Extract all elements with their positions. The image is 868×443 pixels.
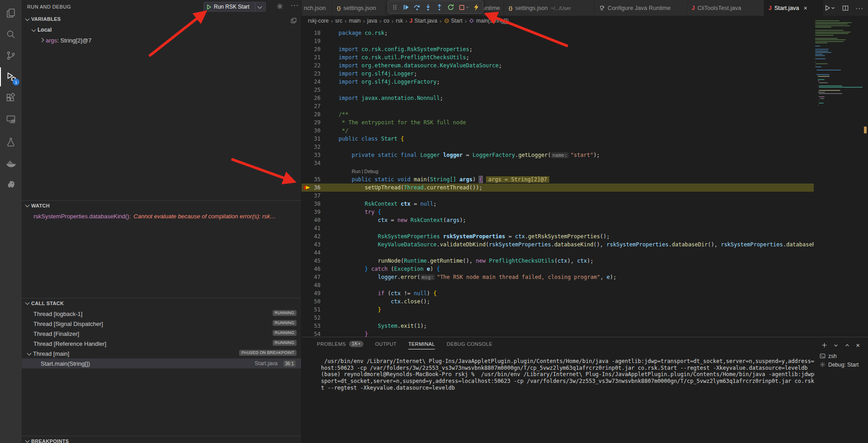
- tab-settings-json-user[interactable]: {}settings.json~/.../User: [504, 0, 594, 16]
- watch-section-header[interactable]: WATCH: [22, 200, 301, 210]
- tab-clitoolstest-java[interactable]: JCliToolsTest.java: [687, 0, 764, 16]
- activity-bar-gradle[interactable]: [0, 174, 22, 193]
- line-number[interactable]: 48: [302, 281, 321, 289]
- run-config-dropdown[interactable]: [255, 2, 265, 11]
- line-number[interactable]: 29: [302, 118, 321, 127]
- terminal-list-item-debug-start[interactable]: Debug: Start: [816, 360, 868, 369]
- line-number[interactable]: 38: [302, 200, 321, 208]
- debug-hot-code-replace-button[interactable]: [471, 2, 481, 13]
- terminal-dropdown-icon[interactable]: [833, 343, 839, 348]
- call-stack-thread-thread-logback-1[interactable]: Thread [logback-1]RUNNING: [22, 309, 301, 319]
- line-number[interactable]: 28: [302, 110, 321, 118]
- run-rsk-start-button[interactable]: Run RSK Start: [203, 2, 266, 12]
- line-number[interactable]: 43: [302, 240, 321, 249]
- breadcrumb-java[interactable]: java: [367, 18, 377, 24]
- breadcrumb-rskj-core[interactable]: rskj-core: [308, 18, 329, 24]
- debug-settings-gear-icon[interactable]: [277, 3, 283, 9]
- breadcrumb-co[interactable]: co: [383, 18, 389, 24]
- variables-scope-local[interactable]: Local: [22, 25, 301, 35]
- panel-tab-output[interactable]: OUTPUT: [375, 341, 397, 349]
- panel-tab-problems[interactable]: PROBLEMS1K+: [317, 341, 363, 350]
- tab-settings-json[interactable]: {}settings.json: [332, 0, 393, 16]
- activity-bar-run-and-debug[interactable]: 1: [0, 67, 22, 86]
- line-number[interactable]: 53: [302, 322, 321, 330]
- close-icon[interactable]: ×: [804, 5, 807, 12]
- line-number[interactable]: 49: [302, 289, 321, 297]
- line-number[interactable]: 52: [302, 314, 321, 322]
- line-number[interactable]: 31: [302, 135, 321, 143]
- line-number[interactable]: 54: [302, 330, 321, 337]
- activity-bar-explorer[interactable]: [0, 4, 22, 23]
- call-stack-thread-thread-main[interactable]: Thread [main]PAUSED ON BREAKPOINT: [22, 349, 301, 358]
- debug-drag-handle-button[interactable]: [389, 2, 400, 13]
- minimap[interactable]: [814, 18, 861, 307]
- breadcrumb-rsk[interactable]: rsk: [396, 18, 403, 24]
- line-number[interactable]: 40: [302, 216, 321, 224]
- more-actions-icon[interactable]: ···: [855, 4, 863, 12]
- line-number[interactable]: 32: [302, 143, 321, 151]
- activity-bar-source-control[interactable]: [0, 46, 22, 65]
- line-number[interactable]: 39: [302, 208, 321, 216]
- terminal-list-item-zsh[interactable]: zsh: [816, 352, 868, 360]
- line-number[interactable]: 30: [302, 127, 321, 135]
- line-number[interactable]: 27: [302, 102, 321, 110]
- line-number[interactable]: 25: [302, 86, 321, 94]
- terminal-output[interactable]: /usr/bin/env /Library/Internet\ Plug-Ins…: [321, 358, 815, 391]
- call-stack-thread-thread-reference-handler[interactable]: Thread [Reference Handler]RUNNING: [22, 339, 301, 349]
- line-number[interactable]: 21: [302, 53, 321, 61]
- sidebar-more-actions-icon[interactable]: ···: [291, 1, 299, 9]
- breadcrumb-main-string[interactable]: main(String[]): [469, 18, 509, 24]
- stack-frame-start-main[interactable]: Start.main(String[])Start.java36:1: [22, 358, 301, 368]
- code-editor[interactable]: 18package co.rsk;1920import co.rsk.confi…: [302, 26, 814, 337]
- variables-section-header[interactable]: VARIABLES: [22, 14, 301, 24]
- line-number[interactable]: 26: [302, 94, 321, 102]
- line-number[interactable]: 35: [302, 175, 321, 184]
- current-breakpoint-icon[interactable]: [303, 184, 313, 191]
- activity-bar-testing[interactable]: [0, 133, 22, 152]
- line-number[interactable]: 47: [302, 273, 321, 281]
- debug-step-over-button[interactable]: [412, 2, 423, 13]
- tab-configure-java-runtime[interactable]: Configure Java Runtime: [594, 0, 687, 16]
- call-stack-thread-thread-finalizer[interactable]: Thread [Finalizer]RUNNING: [22, 329, 301, 339]
- breadcrumb-start[interactable]: Start: [444, 18, 462, 24]
- debug-step-into-button[interactable]: [423, 2, 434, 13]
- panel-tab-terminal[interactable]: TERMINAL: [408, 341, 435, 349]
- breadcrumb-start-java[interactable]: JStart.java: [410, 18, 437, 24]
- variable-args[interactable]: args: String[2]@7: [22, 35, 301, 45]
- debug-restart-button[interactable]: [445, 2, 456, 13]
- call-stack-section-header[interactable]: CALL STACK: [22, 298, 301, 308]
- tab-start-java[interactable]: JStart.java×: [764, 0, 824, 16]
- panel-tab-debug-console[interactable]: DEBUG CONSOLE: [447, 341, 492, 349]
- line-number[interactable]: 22: [302, 61, 321, 70]
- line-number[interactable]: 34: [302, 159, 321, 167]
- debug-continue-button[interactable]: [401, 2, 411, 13]
- breadcrumb-src[interactable]: src: [335, 18, 342, 24]
- activity-bar-remote-explorer[interactable]: [0, 110, 22, 129]
- line-number[interactable]: 44: [302, 249, 321, 257]
- line-number[interactable]: 19: [302, 37, 321, 45]
- activity-bar-extensions[interactable]: [0, 89, 22, 108]
- codelens-run-debug[interactable]: Run | Debug: [302, 167, 814, 175]
- line-number[interactable]: 33: [302, 151, 321, 159]
- debug-step-out-button[interactable]: [434, 2, 445, 13]
- close-panel-icon[interactable]: ×: [856, 341, 860, 349]
- line-number[interactable]: 18: [302, 29, 321, 37]
- line-number[interactable]: 51: [302, 306, 321, 314]
- stop-dropdown-icon[interactable]: [466, 5, 470, 9]
- tab-nch-json[interactable]: nch.json: [302, 0, 332, 16]
- line-number[interactable]: 45: [302, 257, 321, 265]
- new-terminal-icon[interactable]: [821, 342, 827, 348]
- watch-expression-row[interactable]: rskSystemProperties.databaseKind(): Cann…: [22, 211, 299, 221]
- copy-icon[interactable]: [291, 18, 297, 24]
- activity-bar-docker[interactable]: [0, 154, 22, 173]
- line-number[interactable]: 46: [302, 265, 321, 273]
- call-stack-thread-thread-signal-dispatcher[interactable]: Thread [Signal Dispatcher]RUNNING: [22, 319, 301, 329]
- line-number[interactable]: 42: [302, 232, 321, 240]
- maximize-panel-icon[interactable]: [844, 343, 850, 348]
- run-or-debug-icon[interactable]: [825, 5, 835, 11]
- breakpoints-section-header[interactable]: BREAKPOINTS: [22, 436, 301, 443]
- line-number[interactable]: 20: [302, 45, 321, 53]
- line-number[interactable]: 24: [302, 78, 321, 86]
- activity-bar-search[interactable]: [0, 25, 22, 44]
- line-number[interactable]: 50: [302, 297, 321, 306]
